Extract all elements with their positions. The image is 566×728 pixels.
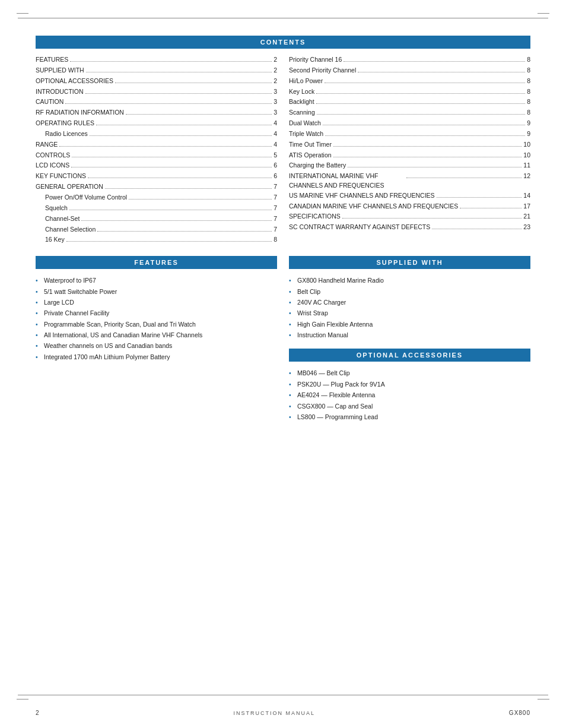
toc-entry: CAUTION 3 bbox=[36, 97, 277, 107]
list-item: 240V AC Charger bbox=[289, 297, 530, 308]
toc-page: 5 bbox=[274, 150, 277, 161]
toc-label: INTERNATIONAL MARINE VHF CHANNELS AND FR… bbox=[289, 172, 405, 191]
toc-page: 14 bbox=[523, 191, 530, 201]
toc-dots bbox=[90, 135, 272, 136]
toc-dots bbox=[316, 103, 526, 104]
toc-dots bbox=[316, 93, 525, 94]
supplied-with-header: SUPPLIED WITH bbox=[289, 256, 530, 269]
toc-page: 8 bbox=[527, 107, 530, 118]
toc-dots bbox=[72, 157, 272, 157]
toc-page: 8 bbox=[527, 76, 530, 87]
list-item: Weather channels on US and Canadian band… bbox=[36, 340, 277, 351]
toc-page: 7 bbox=[274, 214, 277, 224]
toc-page: 7 bbox=[274, 182, 277, 192]
toc-label: Triple Watch bbox=[289, 129, 323, 140]
toc-dots bbox=[88, 178, 272, 178]
toc-columns: FEATURES 2 SUPPLIED WITH 2 OPTIONAL ACCE… bbox=[36, 55, 530, 245]
toc-entry: Channel Selection 7 bbox=[36, 224, 277, 235]
toc-label: KEY FUNCTIONS bbox=[36, 171, 86, 182]
toc-entry: Triple Watch 9 bbox=[289, 129, 530, 140]
toc-entry: Second Priority Channel 8 bbox=[289, 65, 530, 76]
toc-page: 3 bbox=[274, 87, 277, 97]
toc-entry: INTERNATIONAL MARINE VHF CHANNELS AND FR… bbox=[289, 171, 530, 191]
side-mark-right-top bbox=[538, 13, 549, 14]
toc-entry: Backlight 8 bbox=[289, 97, 530, 107]
list-item: MB046 — Belt Clip bbox=[289, 368, 530, 378]
features-block: FEATURES Waterproof to IP675/1 watt Swit… bbox=[36, 256, 277, 362]
list-item: 5/1 watt Switchable Power bbox=[36, 286, 277, 297]
toc-page: 8 bbox=[527, 65, 530, 76]
toc-entry: Channel-Set 7 bbox=[36, 214, 277, 224]
footer-model: GX800 bbox=[509, 710, 530, 716]
toc-page: 9 bbox=[527, 129, 530, 140]
toc-page: 11 bbox=[523, 160, 530, 171]
toc-entry: 16 Key 8 bbox=[36, 235, 277, 245]
list-item: Wrist Strap bbox=[289, 308, 530, 318]
list-item: Private Channel Facility bbox=[36, 308, 277, 318]
list-item: Waterproof to IP67 bbox=[36, 275, 277, 286]
toc-entry: OPTIONAL ACCESSORIES 2 bbox=[36, 76, 277, 87]
toc-dots bbox=[71, 167, 272, 167]
toc-entry: US MARINE VHF CHANNELS AND FREQUENCIES 1… bbox=[289, 191, 530, 201]
toc-page: 7 bbox=[274, 203, 277, 214]
toc-label: Charging the Battery bbox=[289, 160, 346, 171]
toc-dots bbox=[66, 241, 272, 242]
toc-dots bbox=[437, 197, 522, 198]
lower-left: FEATURES Waterproof to IP675/1 watt Swit… bbox=[36, 256, 277, 422]
toc-dots bbox=[325, 135, 525, 136]
toc-label: Scanning bbox=[289, 107, 315, 118]
toc-dots bbox=[105, 188, 272, 189]
supplied-with-list: GX800 Handheld Marine RadioBelt Clip240V… bbox=[289, 275, 530, 340]
toc-label: Second Priority Channel bbox=[289, 65, 356, 76]
toc-page: 7 bbox=[274, 224, 277, 235]
toc-page: 10 bbox=[523, 150, 530, 161]
toc-label: CAUTION bbox=[36, 97, 63, 107]
toc-dots bbox=[358, 72, 525, 72]
toc-entry: Charging the Battery 11 bbox=[289, 160, 530, 171]
toc-label: SUPPLIED WITH bbox=[36, 65, 84, 76]
toc-dots bbox=[323, 125, 525, 125]
toc-entry: SPECIFICATIONS 21 bbox=[289, 211, 530, 222]
toc-entry: Dual Watch 9 bbox=[289, 118, 530, 129]
toc-dots bbox=[344, 61, 525, 62]
toc-label: SPECIFICATIONS bbox=[289, 211, 341, 222]
toc-entry: CONTROLS 5 bbox=[36, 150, 277, 161]
list-item: Integrated 1700 mAh Lithium Polymer Batt… bbox=[36, 352, 277, 362]
toc-dots bbox=[126, 114, 272, 115]
toc-label: Radio Licences bbox=[36, 129, 88, 140]
optional-accessories-header: OPTIONAL ACCESSORIES bbox=[289, 349, 530, 362]
toc-page: 23 bbox=[523, 222, 530, 233]
toc-page: 3 bbox=[274, 97, 277, 107]
toc-label: INTRODUCTION bbox=[36, 87, 84, 97]
toc-page: 4 bbox=[274, 118, 277, 129]
lower-right: SUPPLIED WITH GX800 Handheld Marine Radi… bbox=[289, 256, 530, 422]
toc-label: Power On/Off Volume Control bbox=[36, 192, 127, 203]
toc-page: 7 bbox=[274, 192, 277, 203]
list-item: Large LCD bbox=[36, 297, 277, 308]
border-top bbox=[18, 18, 548, 18]
lower-columns: FEATURES Waterproof to IP675/1 watt Swit… bbox=[36, 256, 530, 422]
toc-dots bbox=[317, 114, 525, 115]
toc-dots bbox=[432, 229, 522, 229]
list-item: AE4024 — Flexible Antenna bbox=[289, 390, 530, 400]
toc-dots bbox=[86, 72, 272, 72]
toc-page: 4 bbox=[274, 129, 277, 140]
toc-page: 12 bbox=[523, 171, 530, 182]
toc-dots bbox=[69, 210, 272, 210]
list-item: GX800 Handheld Marine Radio bbox=[289, 275, 530, 286]
toc-label: SC CONTRACT WARRANTY AGAINST DEFECTS bbox=[289, 222, 430, 233]
toc-entry: RANGE 4 bbox=[36, 140, 277, 150]
footer-manual-label: INSTRUCTION MANUAL bbox=[233, 710, 315, 716]
contents-header: CONTENTS bbox=[36, 36, 530, 49]
list-item: Belt Clip bbox=[289, 286, 530, 297]
toc-page: 17 bbox=[523, 201, 530, 212]
toc-page: 2 bbox=[274, 65, 277, 76]
toc-label: CONTROLS bbox=[36, 150, 70, 161]
toc-dots bbox=[129, 199, 272, 200]
toc-entry: Time Out Timer 10 bbox=[289, 140, 530, 150]
list-item: PSK20U — Plug Pack for 9V1A bbox=[289, 379, 530, 390]
toc-entry: KEY FUNCTIONS 6 bbox=[36, 171, 277, 182]
toc-label: Key Lock bbox=[289, 87, 314, 97]
features-list: Waterproof to IP675/1 watt Switchable Po… bbox=[36, 275, 277, 362]
toc-entry: Scanning 8 bbox=[289, 107, 530, 118]
